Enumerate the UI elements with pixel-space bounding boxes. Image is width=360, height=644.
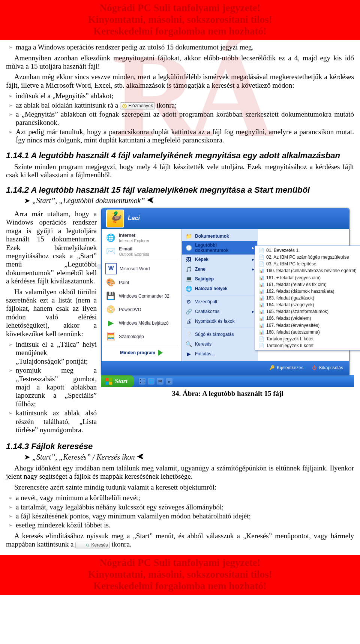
recent-doc-item[interactable]: 📄Tartalomjegyzék I. kötet <box>256 335 360 342</box>
pinned-internet[interactable]: 🌐 InternetInternet Explorer <box>102 231 180 245</box>
user-name: Laci <box>128 215 140 222</box>
recent-doc-item[interactable]: 📄03. Az IBM PC felépítése <box>256 261 360 267</box>
printer-icon: 🖨 <box>185 318 192 325</box>
tray-icon[interactable]: » <box>166 378 172 385</box>
intro-bullet-list: maga a Windows operációs rendszer pedig … <box>6 43 354 51</box>
shutdown-button[interactable]: ⏻Kikapcsolás <box>312 365 343 370</box>
word-doc-icon: 📄 <box>259 248 264 253</box>
section-1-14-2-title: 1.14.2 A legutóbb használt 15 fájl valam… <box>6 185 354 195</box>
sec3-bullets: a nevét, vagy minimum a körülbelüli nevé… <box>6 494 354 530</box>
all-programs[interactable]: Minden program <box>102 347 180 359</box>
sec3-bullet: esetleg mindezek közül többet is. <box>8 521 354 529</box>
start-button[interactable]: Start <box>101 375 134 387</box>
svg-point-5 <box>86 544 88 546</box>
sec3-bullet: a fájl készítésének pontos, vagy minimum… <box>8 512 354 520</box>
recent-powerdvd[interactable]: 📀PowerDVD <box>102 303 180 316</box>
recent-word[interactable]: WMicrosoft Word <box>102 262 180 276</box>
sec3-para3: A keresés elindításához nyissuk meg a „S… <box>6 532 354 549</box>
excel-doc-icon: 📊 <box>259 329 264 335</box>
recent-doc-item[interactable]: 📊163. feladat (igazítások) <box>256 295 360 301</box>
sec2-steps: indítsuk el a „Tálca” helyi menüjének „T… <box>6 340 97 434</box>
excel-doc-icon: 📊 <box>259 302 264 307</box>
music-icon: 🎵 <box>185 266 192 273</box>
section-1-14-1-para: Szinte minden program megjegyzi, hogy me… <box>6 163 354 180</box>
right-documents[interactable]: 📁Dokumentumok <box>182 231 257 241</box>
tray-icon[interactable]: ✉ <box>157 378 164 385</box>
banner-line-1: Nógrádi PC Suli tanfolyami jegyzete! <box>0 557 360 569</box>
banner-line-2: Kinyomtatni, másolni, sokszorosítani til… <box>0 14 360 25</box>
history-icon-label: Előzmények <box>128 103 153 108</box>
banner-line-3: Kereskedelmi forgalomba nem hozható! <box>0 580 360 592</box>
svg-rect-4 <box>109 382 112 385</box>
recent-doc-item[interactable]: 📊161. feladat (relatív és fix cím) <box>256 281 360 288</box>
separator <box>105 260 178 260</box>
word-doc-icon: 📄 <box>259 336 264 341</box>
recent-paint[interactable]: 🎨Paint <box>102 276 180 289</box>
separator <box>184 295 255 295</box>
word-icon: W <box>105 263 117 274</box>
sec2-step: kattintsunk az ablak alsó részén találha… <box>8 409 97 434</box>
figure-caption: 34. Ábra: A legutóbb használt 15 fájl <box>101 389 354 398</box>
recent-doc-item[interactable]: 📄01. Bevezetés 1. <box>256 247 360 254</box>
recent-calc[interactable]: 🧮Számológép <box>102 330 180 343</box>
method-step: Azt pedig már tanultuk, hogy a parancsik… <box>8 128 354 145</box>
excel-doc-icon: 📊 <box>259 323 264 328</box>
tray-icon[interactable]: ⛶ <box>139 378 146 385</box>
sec2-step: indítsuk el a „Tálca” helyi menüjének „T… <box>8 340 97 365</box>
search-toolbar-icon[interactable]: Keresés <box>75 542 110 548</box>
right-connect[interactable]: 🔗Csatlakozás <box>182 307 257 316</box>
right-mycomputer[interactable]: 💻Sajátgép <box>182 274 257 284</box>
section-1-14-3-path: „Start”, „Keresés” / Keresés ikon <box>24 453 354 462</box>
mail-icon: ✉️ <box>105 246 116 257</box>
recent-doc-item[interactable]: 📊161. + feladat (vegyes cím) <box>256 274 360 281</box>
right-recent-docs[interactable]: 🕘Legutóbbi dokumentumok <box>182 241 257 255</box>
recent-doc-item[interactable]: 📄Tartalomjegyzék II kötet <box>256 342 360 349</box>
calculator-icon: 🧮 <box>105 331 116 342</box>
floppy-icon: 💾 <box>105 291 116 301</box>
recent-doc-item[interactable]: 📄02. Az IBM PC számítógép megszületése <box>256 254 360 261</box>
word-doc-icon: 📄 <box>259 261 264 267</box>
right-run[interactable]: ▶Futtatás... <box>182 349 257 359</box>
footer-banner: Nógrádi PC Suli tanfolyami jegyzete! Kin… <box>0 555 360 595</box>
history-icon[interactable]: Előzmények <box>120 102 155 109</box>
svg-rect-3 <box>105 382 108 385</box>
start-menu-header: Laci <box>102 208 349 229</box>
taskbar: Start ⛶ 🌐 ✉ » <box>101 375 354 387</box>
recent-wincmd[interactable]: 💾Windows Commander 32 <box>102 289 180 303</box>
sec2-para1: Arra már utaltam, hogy a Windows operáci… <box>6 210 97 286</box>
right-controlpanel[interactable]: ⚙Vezérlőpult <box>182 297 257 307</box>
power-icon: ⏻ <box>312 365 317 370</box>
method-step: indítsuk el a „Megnyitás” ablakot; <box>8 92 354 100</box>
recent-documents-submenu: 📄01. Bevezetés 1.📄02. Az IBM PC számítóg… <box>255 246 360 350</box>
pinned-email[interactable]: ✉️ E-mailOutlook Express <box>102 245 180 258</box>
intro-bullet: maga a Windows operációs rendszer pedig … <box>8 43 354 51</box>
svg-rect-2 <box>109 378 112 381</box>
recent-wmp[interactable]: ▶Windows Média Lejátszó <box>102 316 180 330</box>
svg-line-6 <box>88 546 90 547</box>
folder-icon: 📁 <box>185 233 192 240</box>
right-pictures[interactable]: 🖼Képek <box>182 255 257 264</box>
right-printers[interactable]: 🖨Nyomtatók és faxok <box>182 316 257 326</box>
logoff-button[interactable]: 🔑Kijelentkezés <box>269 365 303 370</box>
tray-icon[interactable]: 🌐 <box>148 378 154 385</box>
recent-doc-item[interactable]: 📊167. feladat (érvényesítés) <box>256 322 360 329</box>
method-step-icon: az ablak bal oldalán kattintsunk rá a El… <box>8 101 354 109</box>
recent-doc-item[interactable]: 📊162. feladat (dátumok használata) <box>256 288 360 295</box>
paint-icon: 🎨 <box>105 277 116 288</box>
link-icon: 🔗 <box>185 308 192 315</box>
banner-line-3: Kereskedelmi forgalomba nem hozható! <box>0 25 360 37</box>
recent-doc-item[interactable]: 📊160. feladat (cellahivatkozás bevitele … <box>256 267 360 274</box>
right-search[interactable]: 🔍Keresés <box>182 339 257 349</box>
section-1-14-1-title: 1.14.1 A legutóbb használt 4 fájl valame… <box>6 151 354 160</box>
right-music[interactable]: 🎵Zene <box>182 264 257 274</box>
play-icon: ▶ <box>105 318 116 328</box>
recent-doc-item[interactable]: 📊164. feladat (szegélyek) <box>256 301 360 308</box>
right-help[interactable]: ❔Súgó és támogatás <box>182 329 257 339</box>
network-icon: 🌐 <box>185 285 192 292</box>
start-menu-right-column: 📁Dokumentumok 🕘Legutóbbi dokumentumok 🖼K… <box>181 229 258 361</box>
recent-doc-item[interactable]: 📊166. feladat (védelem) <box>256 315 360 322</box>
recent-doc-item[interactable]: 📊165. feladat (számformátumok) <box>256 308 360 315</box>
right-network[interactable]: 🌐Hálózati helyek <box>182 284 257 294</box>
recent-doc-item[interactable]: 📊168. feladat (autoszumma) <box>256 329 360 335</box>
sec3-para2: Szerencsére azért szinte mindig tudunk v… <box>6 483 354 491</box>
